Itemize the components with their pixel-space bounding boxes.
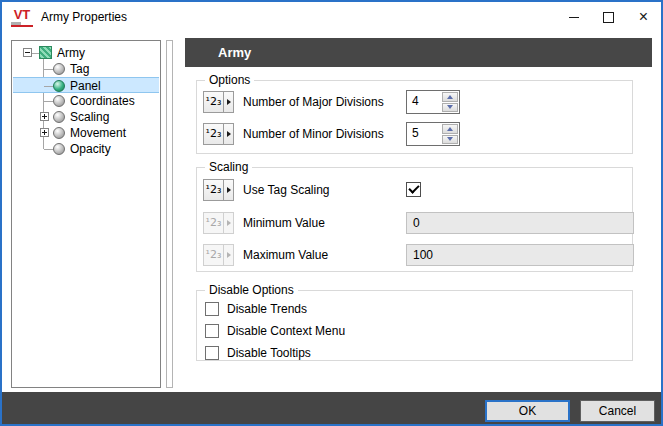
field-label: Number of Major Divisions — [243, 91, 384, 114]
vt-logo-icon: VT — [11, 8, 33, 27]
maximum-value-row: ¹2₃ Maximum Value 100 — [197, 244, 632, 268]
dropdown-arrow-icon — [223, 92, 233, 112]
window-title: Army Properties — [41, 10, 127, 24]
group-title: Scaling — [205, 160, 252, 174]
tree-item-scaling[interactable]: Scaling — [13, 109, 159, 125]
tree-item-movement[interactable]: Movement — [13, 125, 159, 141]
numeric-format-icon: ¹2₃ — [204, 245, 223, 265]
tree-connector — [44, 101, 53, 102]
minimum-value-row: ¹2₃ Minimum Value 0 — [197, 212, 632, 236]
titlebar: VT Army Properties × — [2, 2, 661, 32]
numeric-format-icon: ¹2₃ — [204, 124, 223, 144]
close-icon: × — [639, 9, 648, 25]
tree-item-label: Tag — [70, 61, 89, 77]
group-title: Options — [205, 73, 254, 87]
major-divisions-row: ¹2₃ Number of Major Divisions 4 — [197, 91, 632, 115]
disable-tooltips-checkbox[interactable] — [205, 346, 219, 360]
close-button[interactable]: × — [626, 2, 661, 32]
numeric-source-button[interactable]: ¹2₃ — [203, 91, 234, 113]
checkmark-icon — [408, 182, 419, 193]
cancel-button[interactable]: Cancel — [580, 400, 655, 422]
tree-item-panel-selected[interactable]: Panel — [13, 77, 159, 93]
ok-button[interactable]: OK — [485, 400, 570, 422]
tree-scrollbar[interactable] — [166, 40, 173, 388]
spin-down-button[interactable] — [442, 135, 458, 145]
numeric-source-button[interactable]: ¹2₃ — [203, 123, 234, 145]
major-divisions-spinner[interactable]: 4 — [406, 90, 460, 114]
dropdown-arrow-icon — [223, 245, 233, 265]
disable-trends-checkbox[interactable] — [205, 302, 219, 316]
spinner-buttons — [441, 91, 459, 113]
panel-icon — [39, 46, 52, 59]
minimize-button[interactable] — [556, 2, 591, 32]
tree-item-army[interactable]: Army — [13, 45, 159, 61]
scaling-group: Scaling ¹2₃ Use Tag Scaling ¹2₃ Minimum … — [196, 167, 633, 272]
spin-up-button[interactable] — [442, 124, 458, 134]
spin-up-button[interactable] — [442, 92, 458, 102]
tree-item-coordinates[interactable]: Coordinates — [13, 93, 159, 109]
use-tag-scaling-row: ¹2₃ Use Tag Scaling — [197, 179, 632, 203]
numeric-source-button-disabled: ¹2₃ — [203, 212, 234, 234]
tree-connector — [44, 86, 53, 87]
dropdown-arrow-icon — [223, 180, 233, 200]
tree-item-label: Panel — [70, 78, 101, 94]
group-title: Disable Options — [205, 283, 298, 297]
down-arrow-icon — [447, 105, 453, 109]
tree-connector — [44, 69, 53, 70]
options-group: Options ¹2₃ Number of Major Divisions 4 … — [196, 80, 633, 154]
use-tag-scaling-checkbox[interactable] — [406, 182, 421, 197]
field-label: Minimum Value — [243, 212, 325, 235]
sphere-icon — [53, 80, 65, 92]
spinner-value[interactable]: 4 — [407, 91, 441, 113]
spinner-value[interactable]: 5 — [407, 123, 441, 145]
down-arrow-icon — [447, 137, 453, 141]
properties-tree: Army Tag Panel Coordinates Scaling Movem… — [11, 40, 161, 388]
expand-icon[interactable] — [40, 112, 49, 121]
numeric-format-icon: ¹2₃ — [204, 180, 223, 200]
sphere-icon — [53, 143, 65, 155]
checkbox-label: Disable Tooltips — [227, 343, 311, 364]
army-properties-dialog: VT Army Properties × Army Tag Panel — [0, 0, 663, 426]
tree-connector — [44, 149, 53, 150]
dropdown-arrow-icon — [223, 213, 233, 233]
disable-options-group: Disable Options Disable Trends Disable C… — [196, 290, 633, 361]
field-label: Number of Minor Divisions — [243, 123, 384, 146]
disable-tooltips-row: Disable Tooltips — [197, 343, 632, 367]
numeric-format-icon: ¹2₃ — [204, 92, 223, 112]
maximize-icon — [603, 12, 614, 23]
tree-item-label: Movement — [70, 125, 126, 141]
sphere-icon — [53, 95, 65, 107]
checkbox-label: Disable Context Menu — [227, 321, 345, 342]
numeric-source-button-disabled: ¹2₃ — [203, 244, 234, 266]
sphere-icon — [53, 63, 65, 75]
checkbox-label: Disable Trends — [227, 299, 307, 320]
tree-item-opacity[interactable]: Opacity — [13, 141, 159, 157]
tree-item-label: Coordinates — [70, 93, 135, 109]
tree-item-tag[interactable]: Tag — [13, 61, 159, 77]
spin-down-button[interactable] — [442, 103, 458, 113]
numeric-source-button[interactable]: ¹2₃ — [203, 179, 234, 201]
minimize-icon — [569, 17, 579, 18]
minor-divisions-spinner[interactable]: 5 — [406, 122, 460, 146]
maximize-button[interactable] — [591, 2, 626, 32]
sphere-icon — [53, 127, 65, 139]
numeric-format-icon: ¹2₃ — [204, 213, 223, 233]
page-title: Army — [185, 38, 652, 67]
field-label: Use Tag Scaling — [243, 179, 330, 202]
field-label: Maximum Value — [243, 244, 328, 267]
spinner-buttons — [441, 123, 459, 145]
sphere-icon — [53, 111, 65, 123]
expand-icon[interactable] — [40, 128, 49, 137]
button-bar: OK Cancel — [2, 392, 661, 424]
dropdown-arrow-icon — [223, 124, 233, 144]
disable-trends-row: Disable Trends — [197, 299, 632, 323]
window-controls: × — [556, 2, 661, 32]
disable-context-menu-checkbox[interactable] — [205, 324, 219, 338]
tree-connector — [32, 53, 39, 54]
up-arrow-icon — [447, 127, 453, 131]
up-arrow-icon — [447, 95, 453, 99]
collapse-icon[interactable] — [23, 48, 32, 57]
tree-item-label: Scaling — [70, 109, 109, 125]
minimum-value-field: 0 — [406, 212, 634, 234]
tree-item-label: Opacity — [70, 141, 111, 157]
